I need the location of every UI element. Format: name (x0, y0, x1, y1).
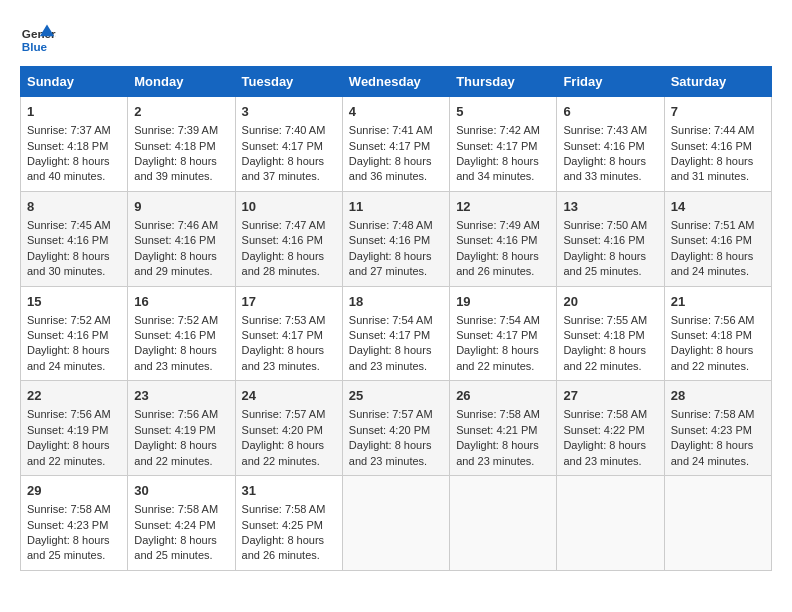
daylight: Daylight: 8 hours and 23 minutes. (456, 439, 539, 466)
week-row-1: 1Sunrise: 7:37 AMSunset: 4:18 PMDaylight… (21, 97, 772, 192)
sunrise: Sunrise: 7:51 AM (671, 219, 755, 231)
col-header-friday: Friday (557, 67, 664, 97)
day-number: 25 (349, 387, 443, 405)
sunrise: Sunrise: 7:48 AM (349, 219, 433, 231)
sunrise: Sunrise: 7:52 AM (134, 314, 218, 326)
sunrise: Sunrise: 7:41 AM (349, 124, 433, 136)
daylight: Daylight: 8 hours and 25 minutes. (27, 534, 110, 561)
day-number: 27 (563, 387, 657, 405)
sunrise: Sunrise: 7:50 AM (563, 219, 647, 231)
daylight: Daylight: 8 hours and 24 minutes. (671, 439, 754, 466)
sunset: Sunset: 4:16 PM (349, 234, 430, 246)
calendar-cell: 25Sunrise: 7:57 AMSunset: 4:20 PMDayligh… (342, 381, 449, 476)
sunrise: Sunrise: 7:58 AM (563, 408, 647, 420)
day-number: 14 (671, 198, 765, 216)
sunset: Sunset: 4:16 PM (27, 234, 108, 246)
daylight: Daylight: 8 hours and 22 minutes. (671, 344, 754, 371)
calendar-cell: 15Sunrise: 7:52 AMSunset: 4:16 PMDayligh… (21, 286, 128, 381)
calendar-cell (664, 476, 771, 571)
page-header: General Blue (20, 20, 772, 56)
calendar-cell: 27Sunrise: 7:58 AMSunset: 4:22 PMDayligh… (557, 381, 664, 476)
sunset: Sunset: 4:21 PM (456, 424, 537, 436)
day-number: 20 (563, 293, 657, 311)
col-header-saturday: Saturday (664, 67, 771, 97)
day-number: 29 (27, 482, 121, 500)
day-number: 16 (134, 293, 228, 311)
sunrise: Sunrise: 7:58 AM (134, 503, 218, 515)
day-number: 10 (242, 198, 336, 216)
sunset: Sunset: 4:20 PM (349, 424, 430, 436)
sunrise: Sunrise: 7:56 AM (27, 408, 111, 420)
calendar-cell: 13Sunrise: 7:50 AMSunset: 4:16 PMDayligh… (557, 191, 664, 286)
daylight: Daylight: 8 hours and 22 minutes. (563, 344, 646, 371)
sunset: Sunset: 4:18 PM (563, 329, 644, 341)
daylight: Daylight: 8 hours and 36 minutes. (349, 155, 432, 182)
sunset: Sunset: 4:18 PM (671, 329, 752, 341)
calendar-cell: 5Sunrise: 7:42 AMSunset: 4:17 PMDaylight… (450, 97, 557, 192)
sunrise: Sunrise: 7:45 AM (27, 219, 111, 231)
col-header-tuesday: Tuesday (235, 67, 342, 97)
calendar-body: 1Sunrise: 7:37 AMSunset: 4:18 PMDaylight… (21, 97, 772, 571)
calendar-cell (450, 476, 557, 571)
svg-text:Blue: Blue (22, 40, 48, 53)
sunset: Sunset: 4:17 PM (349, 140, 430, 152)
sunset: Sunset: 4:17 PM (242, 140, 323, 152)
day-number: 5 (456, 103, 550, 121)
calendar-cell: 28Sunrise: 7:58 AMSunset: 4:23 PMDayligh… (664, 381, 771, 476)
sunrise: Sunrise: 7:53 AM (242, 314, 326, 326)
daylight: Daylight: 8 hours and 29 minutes. (134, 250, 217, 277)
sunset: Sunset: 4:16 PM (134, 234, 215, 246)
calendar-cell: 10Sunrise: 7:47 AMSunset: 4:16 PMDayligh… (235, 191, 342, 286)
calendar-cell: 14Sunrise: 7:51 AMSunset: 4:16 PMDayligh… (664, 191, 771, 286)
calendar-cell: 1Sunrise: 7:37 AMSunset: 4:18 PMDaylight… (21, 97, 128, 192)
calendar-cell (342, 476, 449, 571)
col-header-monday: Monday (128, 67, 235, 97)
sunrise: Sunrise: 7:37 AM (27, 124, 111, 136)
sunrise: Sunrise: 7:58 AM (456, 408, 540, 420)
sunset: Sunset: 4:18 PM (134, 140, 215, 152)
day-number: 23 (134, 387, 228, 405)
calendar-cell (557, 476, 664, 571)
calendar-cell: 6Sunrise: 7:43 AMSunset: 4:16 PMDaylight… (557, 97, 664, 192)
calendar-cell: 31Sunrise: 7:58 AMSunset: 4:25 PMDayligh… (235, 476, 342, 571)
day-number: 6 (563, 103, 657, 121)
sunset: Sunset: 4:20 PM (242, 424, 323, 436)
calendar-cell: 21Sunrise: 7:56 AMSunset: 4:18 PMDayligh… (664, 286, 771, 381)
sunrise: Sunrise: 7:40 AM (242, 124, 326, 136)
daylight: Daylight: 8 hours and 27 minutes. (349, 250, 432, 277)
daylight: Daylight: 8 hours and 22 minutes. (456, 344, 539, 371)
daylight: Daylight: 8 hours and 34 minutes. (456, 155, 539, 182)
day-number: 11 (349, 198, 443, 216)
daylight: Daylight: 8 hours and 24 minutes. (671, 250, 754, 277)
day-number: 18 (349, 293, 443, 311)
sunset: Sunset: 4:17 PM (349, 329, 430, 341)
sunset: Sunset: 4:23 PM (27, 519, 108, 531)
sunrise: Sunrise: 7:58 AM (671, 408, 755, 420)
sunset: Sunset: 4:17 PM (456, 329, 537, 341)
sunset: Sunset: 4:16 PM (563, 234, 644, 246)
sunrise: Sunrise: 7:57 AM (349, 408, 433, 420)
daylight: Daylight: 8 hours and 28 minutes. (242, 250, 325, 277)
daylight: Daylight: 8 hours and 22 minutes. (242, 439, 325, 466)
day-number: 21 (671, 293, 765, 311)
logo-icon: General Blue (20, 20, 56, 56)
sunrise: Sunrise: 7:42 AM (456, 124, 540, 136)
calendar-cell: 19Sunrise: 7:54 AMSunset: 4:17 PMDayligh… (450, 286, 557, 381)
calendar-cell: 4Sunrise: 7:41 AMSunset: 4:17 PMDaylight… (342, 97, 449, 192)
calendar-cell: 29Sunrise: 7:58 AMSunset: 4:23 PMDayligh… (21, 476, 128, 571)
calendar-cell: 16Sunrise: 7:52 AMSunset: 4:16 PMDayligh… (128, 286, 235, 381)
week-row-2: 8Sunrise: 7:45 AMSunset: 4:16 PMDaylight… (21, 191, 772, 286)
sunrise: Sunrise: 7:52 AM (27, 314, 111, 326)
day-number: 12 (456, 198, 550, 216)
day-number: 4 (349, 103, 443, 121)
sunrise: Sunrise: 7:43 AM (563, 124, 647, 136)
daylight: Daylight: 8 hours and 40 minutes. (27, 155, 110, 182)
day-number: 24 (242, 387, 336, 405)
daylight: Daylight: 8 hours and 39 minutes. (134, 155, 217, 182)
day-number: 2 (134, 103, 228, 121)
sunrise: Sunrise: 7:54 AM (456, 314, 540, 326)
calendar-cell: 7Sunrise: 7:44 AMSunset: 4:16 PMDaylight… (664, 97, 771, 192)
calendar-cell: 17Sunrise: 7:53 AMSunset: 4:17 PMDayligh… (235, 286, 342, 381)
day-number: 9 (134, 198, 228, 216)
day-number: 15 (27, 293, 121, 311)
